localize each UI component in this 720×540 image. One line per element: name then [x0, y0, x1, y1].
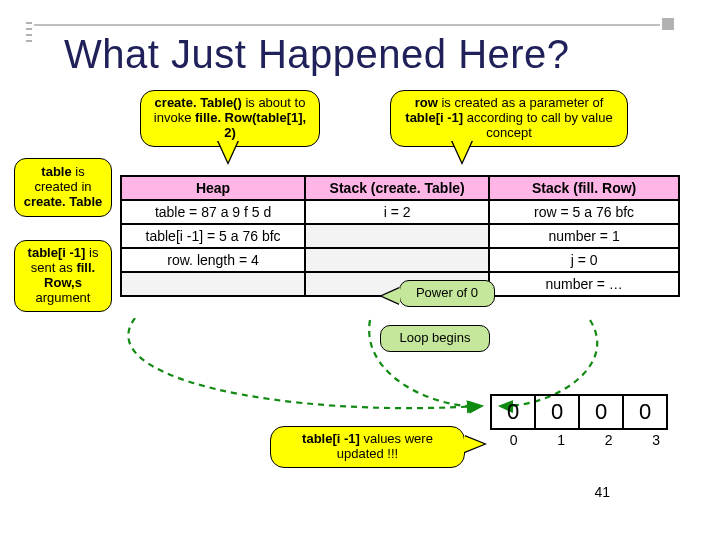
val-cell: 0: [623, 395, 667, 429]
callout-power-of-0: Power of 0: [399, 280, 495, 307]
cell: row = 5 a 76 bfc: [489, 200, 679, 224]
val-cell: 0: [535, 395, 579, 429]
value-table: 0 0 0 0: [490, 394, 668, 430]
callout-invoke-fillrow: create. Table() is about to invoke fille…: [140, 90, 320, 147]
callout-tablei1-sent: table[i -1] is sent as fill. Row,s argum…: [14, 240, 112, 312]
cell: number = 1: [489, 224, 679, 248]
callout-table-created: table is created in create. Table: [14, 158, 112, 217]
kw-table: table: [41, 164, 71, 179]
kw-createtable: create. Table: [24, 194, 103, 209]
cell: [305, 248, 489, 272]
cell: j = 0: [489, 248, 679, 272]
memory-table: Heap Stack (create. Table) Stack (fill. …: [120, 175, 680, 297]
cell: [305, 224, 489, 248]
page-number: 41: [594, 484, 610, 500]
col-heap: Heap: [121, 176, 305, 200]
callout-loop-begins: Loop begins: [380, 325, 490, 352]
cell: i = 2: [305, 200, 489, 224]
col-stack-createtable: Stack (create. Table): [305, 176, 489, 200]
callout-row-param: row is created as a parameter of table[i…: [390, 90, 628, 147]
slide-title: What Just Happened Here?: [64, 32, 680, 77]
val-cell: 0: [491, 395, 535, 429]
col-stack-fillrow: Stack (fill. Row): [489, 176, 679, 200]
callout-values-updated: table[i -1] values were updated !!!: [270, 426, 465, 468]
val-cell: 0: [579, 395, 623, 429]
cell: table[i -1] = 5 a 76 bfc: [121, 224, 305, 248]
cell: [121, 272, 305, 296]
cell: number = …: [489, 272, 679, 296]
decorative-dashes: [26, 22, 32, 43]
cell: row. length = 4: [121, 248, 305, 272]
cell: table = 87 a 9 f 5 d: [121, 200, 305, 224]
index-labels: 0 1 2 3: [490, 432, 680, 448]
title-rule: [34, 24, 660, 26]
